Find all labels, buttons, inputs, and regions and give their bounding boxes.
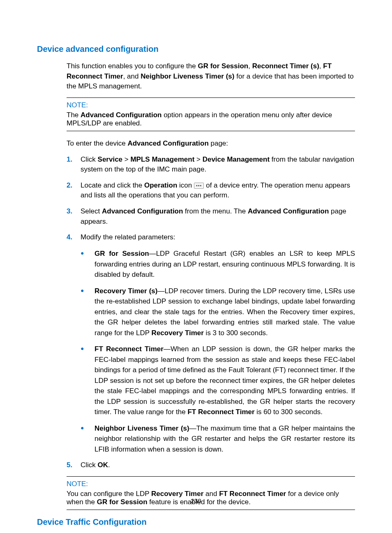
step-number: 4. xyxy=(67,232,81,243)
bold-mpls-management: MPLS Management xyxy=(130,155,194,163)
section1-body: This function enables you to configure t… xyxy=(67,61,355,510)
step-number: 3. xyxy=(67,206,81,227)
parameter-bullets: ● GR for Session—LDP Graceful Restart (G… xyxy=(81,248,355,454)
text: —When an LDP session is down, the GR hel… xyxy=(95,345,355,416)
steps-list: 1. Click Service > MPLS Management > Dev… xyxy=(67,155,355,243)
bold-neighbor-liveness: Neighbor Liveness Timer (s) xyxy=(141,72,234,80)
text: Locate and click the xyxy=(81,181,144,189)
text: > xyxy=(194,155,202,163)
bold-advanced-configuration: Advanced Configuration xyxy=(127,139,208,147)
text: icon xyxy=(177,181,194,189)
note-label: NOTE: xyxy=(67,480,355,488)
bullet-text: Recovery Timer (s)—LDP recover timers. D… xyxy=(95,286,355,338)
step-text: Modify the related parameters: xyxy=(81,232,355,243)
bullet-icon: ● xyxy=(81,344,95,417)
lead-in-paragraph: To enter the device Advanced Configurati… xyxy=(67,139,355,149)
bold-ft-reconnect-timer: FT Reconnect Timer xyxy=(187,408,254,416)
operation-icon: ••• xyxy=(194,183,204,189)
text: To enter the device xyxy=(67,139,127,147)
bold-service: Service xyxy=(98,155,123,163)
step-text: Locate and click the Operation icon ••• … xyxy=(81,181,355,201)
text: Click xyxy=(81,461,98,469)
step-text: Select Advanced Configuration from the m… xyxy=(81,206,355,227)
step-3: 3. Select Advanced Configuration from th… xyxy=(67,206,355,227)
note-box-1: NOTE: The Advanced Configuration option … xyxy=(67,97,355,131)
steps-list-cont: 5. Click OK. xyxy=(67,460,355,470)
bullet-icon: ● xyxy=(81,286,95,338)
text: from the menu. The xyxy=(183,207,247,215)
text: This function enables you to configure t… xyxy=(67,62,198,70)
text: and xyxy=(203,490,219,498)
bullet-neighbor-liveness: ● Neighbor Liveness Timer (s)—The maximu… xyxy=(81,423,355,455)
bold-advanced-configuration: Advanced Configuration xyxy=(81,111,161,119)
text: , and xyxy=(123,72,141,80)
bold-ft-reconnect-timer: FT Reconnect Timer xyxy=(95,345,164,353)
bold-advanced-configuration: Advanced Configuration xyxy=(102,207,183,215)
bullet-text: GR for Session—LDP Graceful Restart (GR)… xyxy=(95,248,355,280)
text: You can configure the LDP xyxy=(67,490,151,498)
bullet-recovery-timer: ● Recovery Timer (s)—LDP recover timers.… xyxy=(81,286,355,338)
step-text: Click Service > MPLS Management > Device… xyxy=(81,155,355,175)
text: page: xyxy=(209,139,228,147)
bold-advanced-configuration: Advanced Configuration xyxy=(248,207,329,215)
text: , xyxy=(248,62,252,70)
step-number: 5. xyxy=(67,460,81,470)
text: is 60 to 300 seconds. xyxy=(255,408,323,416)
text: Click xyxy=(81,155,98,163)
text: , xyxy=(319,62,323,70)
bullet-text: FT Reconnect Timer—When an LDP session i… xyxy=(95,344,355,417)
step-text: Click OK. xyxy=(81,460,355,470)
step-number: 1. xyxy=(67,155,81,175)
text: > xyxy=(122,155,130,163)
heading-device-advanced-config: Device advanced configuration xyxy=(37,44,355,54)
step-5: 5. Click OK. xyxy=(67,460,355,470)
bold-ok: OK xyxy=(98,461,108,469)
text: Select xyxy=(81,207,102,215)
bold-operation: Operation xyxy=(144,181,177,189)
bold-recovery-timer: Recovery Timer xyxy=(152,329,204,337)
bold-ft-reconnect-timer: FT Reconnect Timer xyxy=(219,490,286,498)
bold-neighbor-liveness: Neighbor Liveness Timer (s) xyxy=(95,424,189,432)
bold-gr-for-session: GR for Session xyxy=(95,250,149,257)
step-number: 2. xyxy=(67,181,81,201)
step-1: 1. Click Service > MPLS Management > Dev… xyxy=(67,155,355,175)
text: is 3 to 300 seconds. xyxy=(204,329,268,337)
bold-device-management: Device Management xyxy=(203,155,270,163)
page-number: 230 xyxy=(0,497,392,504)
bold-reconnect-timer: Reconnect Timer (s) xyxy=(252,62,319,70)
intro-paragraph: This function enables you to configure t… xyxy=(67,61,355,92)
bold-recovery-timer: Recovery Timer xyxy=(151,490,203,498)
bold-recovery-timer: Recovery Timer (s) xyxy=(95,287,157,295)
heading-device-traffic-config: Device Traffic Configuration xyxy=(37,517,355,527)
note-label: NOTE: xyxy=(67,101,355,109)
text: . xyxy=(108,461,110,469)
note-box-2: NOTE: You can configure the LDP Recovery… xyxy=(67,476,355,510)
note-text: The Advanced Configuration option appear… xyxy=(67,111,355,127)
page-content: Device advanced configuration This funct… xyxy=(0,0,392,533)
bullet-ft-reconnect-timer: ● FT Reconnect Timer—When an LDP session… xyxy=(81,344,355,417)
bullet-icon: ● xyxy=(81,248,95,280)
text: The xyxy=(67,111,81,119)
step-4: 4. Modify the related parameters: xyxy=(67,232,355,243)
bullet-icon: ● xyxy=(81,423,95,455)
bullet-gr-for-session: ● GR for Session—LDP Graceful Restart (G… xyxy=(81,248,355,280)
step-2: 2. Locate and click the Operation icon •… xyxy=(67,181,355,201)
bullet-text: Neighbor Liveness Timer (s)—The maximum … xyxy=(95,423,355,455)
bold-gr-for-session: GR for Session xyxy=(198,62,248,70)
